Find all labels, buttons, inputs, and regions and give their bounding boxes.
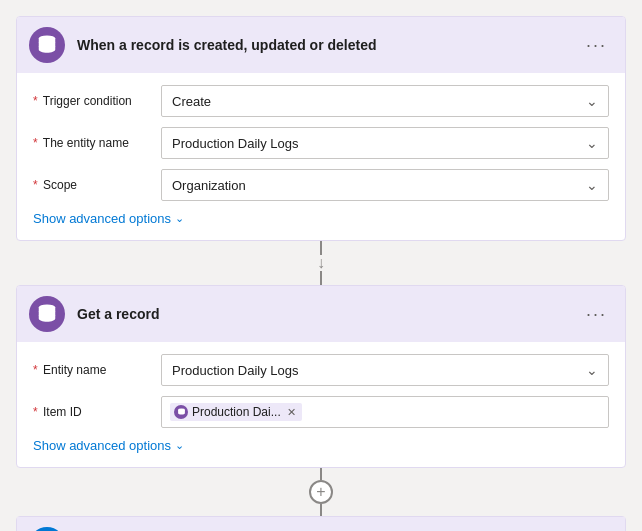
item-id-tag-text: Production Dai... <box>192 405 281 419</box>
trigger-condition-select[interactable]: Create ⌄ <box>161 85 609 117</box>
connector-1: ↓ <box>317 241 325 285</box>
connector-1-line-2 <box>320 271 322 285</box>
database-icon <box>36 34 58 56</box>
trigger-show-advanced[interactable]: Show advanced options ⌄ <box>33 211 609 226</box>
get-record-itemid-required: * <box>33 405 38 419</box>
get-record-card-title: Get a record <box>77 306 568 322</box>
trigger-icon <box>29 27 65 63</box>
get-record-advanced-chevron-icon: ⌄ <box>175 439 184 452</box>
get-record-entity-chevron: ⌄ <box>586 362 598 378</box>
trigger-condition-label: * Trigger condition <box>33 94 153 108</box>
plus-connector: + <box>309 468 333 516</box>
condition-card-header: Condition ··· <box>17 517 625 531</box>
get-record-itemid-input[interactable]: Production Dai... ✕ <box>161 396 609 428</box>
trigger-condition-row: * Trigger condition Create ⌄ <box>33 85 609 117</box>
trigger-scope-select[interactable]: Organization ⌄ <box>161 169 609 201</box>
trigger-entity-required: * <box>33 136 38 150</box>
trigger-condition-chevron: ⌄ <box>586 93 598 109</box>
trigger-advanced-chevron-icon: ⌄ <box>175 212 184 225</box>
trigger-entity-select[interactable]: Production Daily Logs ⌄ <box>161 127 609 159</box>
get-record-itemid-label: * Item ID <box>33 405 153 419</box>
trigger-scope-chevron: ⌄ <box>586 177 598 193</box>
condition-icon <box>29 527 65 531</box>
get-record-card: Get a record ··· * Entity name Productio… <box>16 285 626 468</box>
trigger-card-header: When a record is created, updated or del… <box>17 17 625 73</box>
get-record-show-advanced[interactable]: Show advanced options ⌄ <box>33 438 609 453</box>
plus-connector-line-top <box>320 468 322 480</box>
get-record-entity-required: * <box>33 363 38 377</box>
trigger-scope-label: * Scope <box>33 178 153 192</box>
get-record-itemid-row: * Item ID Production Dai... ✕ <box>33 396 609 428</box>
trigger-card-body: * Trigger condition Create ⌄ * The entit… <box>17 73 625 240</box>
trigger-scope-row: * Scope Organization ⌄ <box>33 169 609 201</box>
trigger-entity-chevron: ⌄ <box>586 135 598 151</box>
trigger-condition-required: * <box>33 94 38 108</box>
get-record-card-body: * Entity name Production Daily Logs ⌄ * … <box>17 342 625 467</box>
trigger-card: When a record is created, updated or del… <box>16 16 626 241</box>
condition-card: Condition ··· <box>16 516 626 531</box>
connector-1-arrow: ↓ <box>317 255 325 271</box>
item-id-tag: Production Dai... ✕ <box>170 403 302 421</box>
plus-connector-button[interactable]: + <box>309 480 333 504</box>
plus-connector-line-bottom <box>320 504 322 516</box>
trigger-menu-button[interactable]: ··· <box>580 31 613 60</box>
get-record-entity-row: * Entity name Production Daily Logs ⌄ <box>33 354 609 386</box>
database-icon-2 <box>36 303 58 325</box>
trigger-scope-required: * <box>33 178 38 192</box>
flow-container: When a record is created, updated or del… <box>16 16 626 531</box>
get-record-card-header: Get a record ··· <box>17 286 625 342</box>
get-record-menu-button[interactable]: ··· <box>580 300 613 329</box>
get-record-entity-label: * Entity name <box>33 363 153 377</box>
get-record-icon <box>29 296 65 332</box>
trigger-entity-row: * The entity name Production Daily Logs … <box>33 127 609 159</box>
item-id-tag-close[interactable]: ✕ <box>287 406 296 419</box>
connector-1-line <box>320 241 322 255</box>
get-record-entity-select[interactable]: Production Daily Logs ⌄ <box>161 354 609 386</box>
tag-icon <box>174 405 188 419</box>
trigger-entity-label: * The entity name <box>33 136 153 150</box>
trigger-card-title: When a record is created, updated or del… <box>77 37 568 53</box>
